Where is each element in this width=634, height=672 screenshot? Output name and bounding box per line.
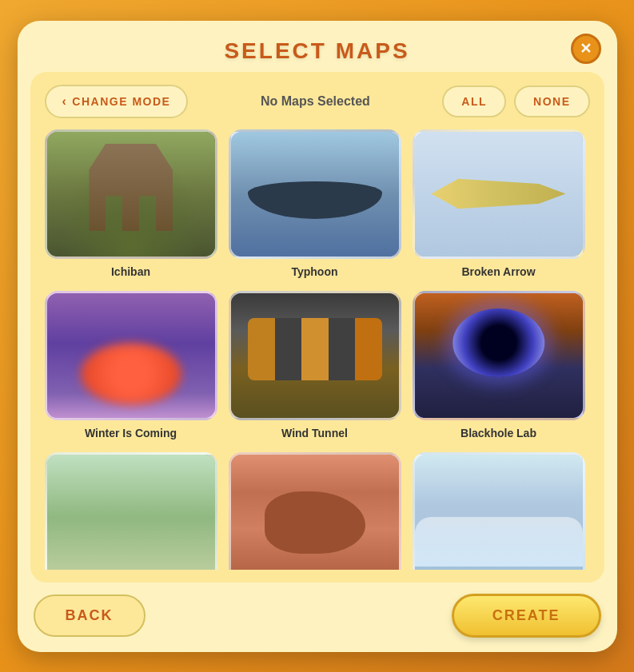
map-image-blackhole [415, 293, 583, 418]
chevron-left-icon: ‹ [62, 94, 68, 109]
select-maps-modal: SELECT MAPS ✕ ‹ CHANGE MODE No Maps Sele… [18, 21, 617, 652]
maps-grid: Ichiban Typhoon Broken Arrow [45, 129, 585, 570]
map-image-wind-tunnel [231, 293, 399, 418]
map-image-ichiban [47, 132, 215, 256]
map-image-partial2 [231, 455, 399, 570]
map-item-blackhole[interactable]: Blackhole Lab [413, 291, 585, 439]
map-image-partial1 [47, 455, 215, 570]
all-button[interactable]: ALL [442, 85, 506, 117]
map-item-winter[interactable]: Winter Is Coming [45, 291, 217, 439]
modal-body: ‹ CHANGE MODE No Maps Selected ALL NONE … [30, 72, 604, 583]
map-item-partial3[interactable] [413, 452, 585, 570]
selection-status: No Maps Selected [196, 94, 434, 109]
map-thumbnail-partial2 [229, 452, 401, 570]
map-image-broken-arrow [415, 132, 583, 256]
map-item-partial1[interactable] [45, 452, 217, 570]
back-button[interactable]: BACK [34, 594, 146, 637]
controls-row: ‹ CHANGE MODE No Maps Selected ALL NONE [45, 85, 590, 118]
change-mode-label: CHANGE MODE [72, 95, 170, 108]
map-label-winter: Winter Is Coming [85, 427, 177, 439]
map-thumbnail-wind-tunnel [229, 291, 401, 420]
map-thumbnail-partial1 [45, 452, 217, 570]
modal-footer: BACK CREATE [18, 583, 617, 652]
modal-header: SELECT MAPS ✕ [18, 21, 617, 72]
map-thumbnail-typhoon [229, 129, 401, 259]
map-thumbnail-ichiban [45, 129, 217, 259]
map-item-broken-arrow[interactable]: Broken Arrow [413, 129, 585, 278]
map-image-winter [47, 293, 215, 418]
map-thumbnail-partial3 [413, 452, 585, 570]
map-label-wind-tunnel: Wind Tunnel [281, 427, 348, 439]
map-label-ichiban: Ichiban [111, 265, 150, 278]
map-image-typhoon [231, 132, 399, 256]
map-label-broken-arrow: Broken Arrow [461, 265, 535, 278]
map-thumbnail-broken-arrow [413, 129, 585, 259]
map-thumbnail-blackhole [413, 291, 585, 420]
maps-scroll-area[interactable]: Ichiban Typhoon Broken Arrow [45, 129, 590, 570]
map-thumbnail-winter [45, 291, 217, 420]
change-mode-button[interactable]: ‹ CHANGE MODE [45, 85, 189, 118]
map-item-partial2[interactable] [229, 452, 401, 570]
map-item-typhoon[interactable]: Typhoon [229, 129, 401, 278]
close-button[interactable]: ✕ [571, 34, 601, 64]
map-item-ichiban[interactable]: Ichiban [45, 129, 217, 278]
map-label-blackhole: Blackhole Lab [461, 427, 536, 439]
create-button[interactable]: CREATE [452, 594, 601, 638]
map-item-wind-tunnel[interactable]: Wind Tunnel [229, 291, 401, 439]
none-button[interactable]: NONE [514, 85, 589, 117]
modal-title: SELECT MAPS [224, 38, 409, 63]
map-image-partial3 [415, 455, 583, 570]
map-label-typhoon: Typhoon [291, 265, 337, 278]
